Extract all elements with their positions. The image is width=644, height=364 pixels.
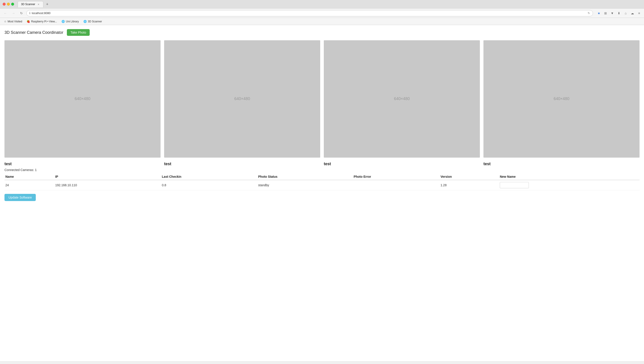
minimize-button[interactable] xyxy=(7,3,10,6)
page-content: 3D Scanner Camera Coordinator Take Photo… xyxy=(0,25,644,361)
col-header-photo-status: Photo Status xyxy=(258,173,354,180)
camera-placeholder-3: 640×480 xyxy=(324,40,480,158)
new-tab-button[interactable]: + xyxy=(44,2,50,8)
bookmark-raspberry-pi-label: Raspberry Pi • View... xyxy=(31,20,57,23)
tab-3d-scanner[interactable]: 3D Scanner ✕ xyxy=(18,1,44,8)
bookmark-uni-library[interactable]: 🌐 Uni Library xyxy=(60,19,81,24)
close-button[interactable] xyxy=(3,3,6,6)
address-bar[interactable]: ℹ localhost:8080 ↻ xyxy=(26,10,593,16)
cell-new-name xyxy=(500,180,640,190)
col-header-version: Version xyxy=(440,173,500,180)
camera-size-label-4: 640×480 xyxy=(554,96,570,101)
cell-version: 1.28 xyxy=(440,180,500,190)
page-header: 3D Scanner Camera Coordinator Take Photo xyxy=(4,29,640,36)
cell-ip: 192.168.10.110 xyxy=(55,180,162,190)
most-visited-icon: ☆ xyxy=(4,20,6,23)
tab-close-icon[interactable]: ✕ xyxy=(37,3,40,6)
nav-bar: ← → ↻ ℹ localhost:8080 ↻ ★ ⊞ ▼ ⬇ ⌂ ☁ ≡ xyxy=(0,9,644,18)
camera-label-2: test xyxy=(164,162,320,166)
bookmark-most-visited-label: Most Visited xyxy=(8,20,22,23)
cell-photo-error xyxy=(354,180,440,190)
traffic-lights xyxy=(3,3,14,6)
sync-icon[interactable]: ☁ xyxy=(630,11,635,16)
bookmarks-bar: ☆ Most Visited 🍓 Raspberry Pi • View... … xyxy=(0,18,644,25)
reload-button[interactable]: ↻ xyxy=(18,10,24,16)
cell-photo-status: standby xyxy=(258,180,354,190)
camera-label-3: test xyxy=(324,162,480,166)
col-header-photo-error: Photo Error xyxy=(354,173,440,180)
cell-name: 24 xyxy=(4,180,55,190)
camera-size-label-1: 640×480 xyxy=(75,96,90,101)
col-header-name: Name xyxy=(4,173,55,180)
bookmark-uni-library-label: Uni Library xyxy=(66,20,79,23)
status-section: Connected Cameras: 1 Name IP Last Checki… xyxy=(4,168,640,201)
download-icon[interactable]: ⬇ xyxy=(616,11,622,16)
camera-label-4: test xyxy=(484,162,640,166)
table-body: 24 192.168.10.110 0.8 standby 1.28 xyxy=(4,180,640,190)
address-text: localhost:8080 xyxy=(32,12,586,15)
camera-placeholder-4: 640×480 xyxy=(484,40,640,158)
bookmark-most-visited[interactable]: ☆ Most Visited xyxy=(2,19,24,24)
cell-last-checkin: 0.8 xyxy=(162,180,258,190)
home-icon[interactable]: ⌂ xyxy=(623,11,628,16)
camera-labels: test test test test xyxy=(4,162,640,166)
table-header-row: Name IP Last Checkin Photo Status Photo … xyxy=(4,173,640,180)
browser-window: 3D Scanner ✕ + ← → ↻ ℹ localhost:8080 ↻ … xyxy=(0,0,644,364)
wallet-icon[interactable]: ⊞ xyxy=(603,11,608,16)
info-icon: ℹ xyxy=(29,12,30,15)
take-photo-button[interactable]: Take Photo xyxy=(67,29,90,36)
bookmark-3d-scanner[interactable]: 🌐 3D Scanner xyxy=(82,19,104,24)
camera-size-label-2: 640×480 xyxy=(234,96,250,101)
maximize-button[interactable] xyxy=(11,3,14,6)
bookmark-3d-scanner-label: 3D Scanner xyxy=(88,20,102,23)
page-title: 3D Scanner Camera Coordinator xyxy=(4,30,63,35)
cameras-table: Name IP Last Checkin Photo Status Photo … xyxy=(4,173,640,190)
tab-label: 3D Scanner xyxy=(21,3,35,6)
pocket-icon[interactable]: ▼ xyxy=(610,11,615,16)
camera-grid: 640×480 640×480 640×480 640×480 xyxy=(4,40,640,158)
back-button[interactable]: ← xyxy=(2,10,8,16)
bookmark-raspberry-pi[interactable]: 🍓 Raspberry Pi • View... xyxy=(25,19,58,24)
browser-bottom-bar xyxy=(0,361,644,364)
table-row: 24 192.168.10.110 0.8 standby 1.28 xyxy=(4,180,640,190)
forward-button[interactable]: → xyxy=(10,10,16,16)
col-header-last-checkin: Last Checkin xyxy=(162,173,258,180)
camera-placeholder-1: 640×480 xyxy=(4,40,160,158)
title-bar: 3D Scanner ✕ + xyxy=(0,0,644,9)
uni-library-icon: 🌐 xyxy=(62,20,65,23)
menu-icon[interactable]: ≡ xyxy=(636,11,642,16)
3d-scanner-icon: 🌐 xyxy=(84,20,87,23)
reload-icon: ↻ xyxy=(588,12,590,15)
update-software-button[interactable]: Update Software xyxy=(4,194,36,201)
nav-icons: ★ ⊞ ▼ ⬇ ⌂ ☁ ≡ xyxy=(596,11,642,16)
camera-label-1: test xyxy=(4,162,160,166)
camera-placeholder-2: 640×480 xyxy=(164,40,320,158)
table-header: Name IP Last Checkin Photo Status Photo … xyxy=(4,173,640,180)
new-name-input[interactable] xyxy=(500,182,529,188)
col-header-new-name: New Name xyxy=(500,173,640,180)
tab-bar: 3D Scanner ✕ + xyxy=(18,1,641,8)
camera-size-label-3: 640×480 xyxy=(394,96,410,101)
raspberry-pi-icon: 🍓 xyxy=(26,20,30,23)
bookmark-star-icon[interactable]: ★ xyxy=(596,11,602,16)
connected-cameras-label: Connected Cameras: 1 xyxy=(4,168,640,172)
col-header-ip: IP xyxy=(55,173,162,180)
